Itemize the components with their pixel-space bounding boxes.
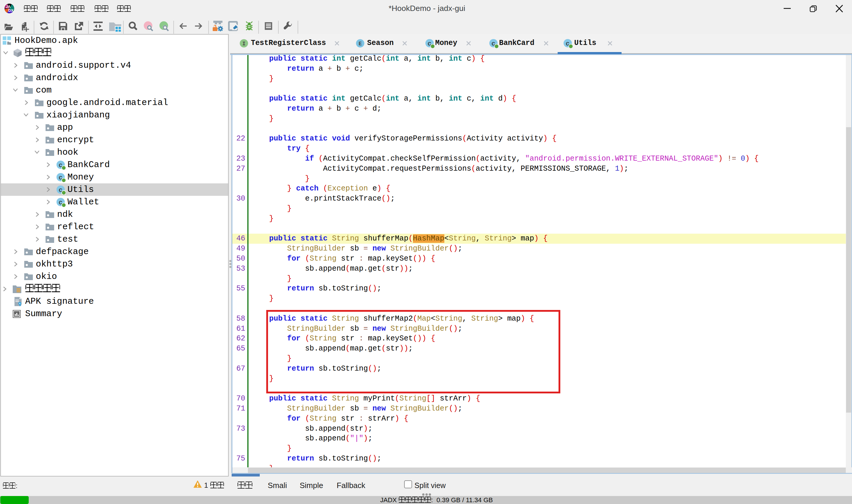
- svg-text:I: I: [242, 41, 246, 47]
- svg-text:JA: JA: [6, 5, 11, 9]
- svg-text:DX: DX: [8, 8, 14, 13]
- svg-text:E: E: [359, 41, 362, 47]
